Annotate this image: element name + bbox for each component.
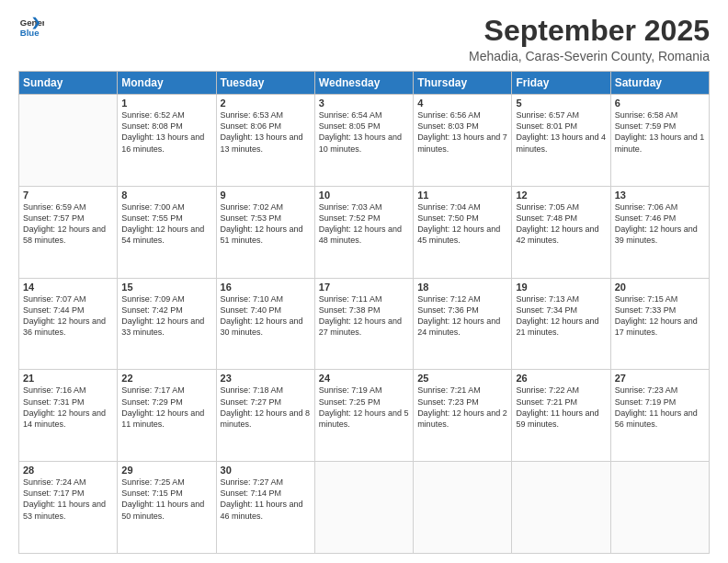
- table-row: 8Sunrise: 7:00 AM Sunset: 7:55 PM Daylig…: [118, 186, 216, 278]
- day-info: Sunrise: 7:09 AM Sunset: 7:42 PM Dayligh…: [121, 293, 211, 339]
- table-row: 2Sunrise: 6:53 AM Sunset: 8:06 PM Daylig…: [216, 95, 314, 187]
- day-number: 26: [516, 373, 606, 384]
- table-row: 11Sunrise: 7:04 AM Sunset: 7:50 PM Dayli…: [414, 186, 512, 278]
- calendar-row: 1Sunrise: 6:52 AM Sunset: 8:08 PM Daylig…: [19, 95, 710, 187]
- header-row: Sunday Monday Tuesday Wednesday Thursday…: [19, 72, 710, 95]
- table-row: [19, 95, 118, 187]
- table-row: 27Sunrise: 7:23 AM Sunset: 7:19 PM Dayli…: [610, 370, 709, 462]
- day-info: Sunrise: 7:07 AM Sunset: 7:44 PM Dayligh…: [23, 293, 113, 339]
- table-row: 17Sunrise: 7:11 AM Sunset: 7:38 PM Dayli…: [314, 278, 413, 370]
- day-number: 15: [121, 282, 211, 293]
- header-wednesday: Wednesday: [314, 72, 413, 95]
- day-number: 23: [221, 373, 311, 384]
- table-row: 24Sunrise: 7:19 AM Sunset: 7:25 PM Dayli…: [314, 370, 413, 462]
- table-row: 23Sunrise: 7:18 AM Sunset: 7:27 PM Dayli…: [216, 370, 314, 462]
- table-row: 5Sunrise: 6:57 AM Sunset: 8:01 PM Daylig…: [512, 95, 610, 187]
- day-info: Sunrise: 7:15 AM Sunset: 7:33 PM Dayligh…: [615, 293, 705, 339]
- table-row: 10Sunrise: 7:03 AM Sunset: 7:52 PM Dayli…: [314, 186, 413, 278]
- header: General Blue September 2025 Mehadia, Car…: [18, 15, 710, 63]
- day-info: Sunrise: 6:53 AM Sunset: 8:06 PM Dayligh…: [221, 109, 311, 155]
- table-row: [414, 462, 512, 554]
- day-number: 8: [121, 190, 211, 201]
- day-info: Sunrise: 6:57 AM Sunset: 8:01 PM Dayligh…: [516, 109, 606, 155]
- header-thursday: Thursday: [414, 72, 512, 95]
- day-number: 14: [23, 282, 113, 293]
- day-number: 27: [615, 373, 705, 384]
- day-number: 9: [221, 190, 311, 201]
- day-info: Sunrise: 7:24 AM Sunset: 7:17 PM Dayligh…: [23, 477, 113, 522]
- table-row: [512, 462, 610, 554]
- day-number: 30: [221, 465, 311, 476]
- day-number: 20: [615, 282, 705, 293]
- table-row: 25Sunrise: 7:21 AM Sunset: 7:23 PM Dayli…: [414, 370, 512, 462]
- subtitle: Mehadia, Caras-Severin County, Romania: [469, 49, 710, 63]
- svg-text:General: General: [20, 17, 44, 28]
- day-info: Sunrise: 7:12 AM Sunset: 7:36 PM Dayligh…: [417, 293, 507, 339]
- table-row: 4Sunrise: 6:56 AM Sunset: 8:03 PM Daylig…: [414, 95, 512, 187]
- table-row: 29Sunrise: 7:25 AM Sunset: 7:15 PM Dayli…: [118, 462, 216, 554]
- day-number: 22: [121, 373, 211, 384]
- calendar-row: 21Sunrise: 7:16 AM Sunset: 7:31 PM Dayli…: [19, 370, 710, 462]
- day-info: Sunrise: 7:23 AM Sunset: 7:19 PM Dayligh…: [615, 385, 705, 430]
- day-number: 13: [615, 190, 705, 201]
- calendar-row: 28Sunrise: 7:24 AM Sunset: 7:17 PM Dayli…: [19, 462, 710, 554]
- day-info: Sunrise: 6:54 AM Sunset: 8:05 PM Dayligh…: [319, 109, 409, 155]
- svg-text:Blue: Blue: [20, 28, 40, 38]
- logo-icon: General Blue: [18, 15, 44, 40]
- day-info: Sunrise: 7:02 AM Sunset: 7:53 PM Dayligh…: [221, 201, 311, 247]
- day-info: Sunrise: 7:18 AM Sunset: 7:27 PM Dayligh…: [221, 385, 311, 430]
- header-sunday: Sunday: [19, 72, 118, 95]
- header-friday: Friday: [512, 72, 610, 95]
- table-row: 9Sunrise: 7:02 AM Sunset: 7:53 PM Daylig…: [216, 186, 314, 278]
- header-saturday: Saturday: [610, 72, 709, 95]
- table-row: 1Sunrise: 6:52 AM Sunset: 8:08 PM Daylig…: [118, 95, 216, 187]
- day-number: 6: [615, 98, 705, 109]
- table-row: 18Sunrise: 7:12 AM Sunset: 7:36 PM Dayli…: [414, 278, 512, 370]
- day-info: Sunrise: 7:25 AM Sunset: 7:15 PM Dayligh…: [121, 477, 211, 522]
- day-number: 16: [221, 282, 311, 293]
- day-number: 18: [417, 282, 507, 293]
- day-number: 10: [319, 190, 409, 201]
- day-number: 1: [121, 98, 211, 109]
- day-number: 7: [23, 190, 113, 201]
- day-number: 4: [417, 98, 507, 109]
- page: General Blue September 2025 Mehadia, Car…: [0, 0, 728, 563]
- title-block: September 2025 Mehadia, Caras-Severin Co…: [469, 15, 710, 63]
- day-number: 5: [516, 98, 606, 109]
- month-title: September 2025: [469, 15, 710, 47]
- day-info: Sunrise: 7:06 AM Sunset: 7:46 PM Dayligh…: [615, 201, 705, 247]
- table-row: 3Sunrise: 6:54 AM Sunset: 8:05 PM Daylig…: [314, 95, 413, 187]
- day-info: Sunrise: 6:59 AM Sunset: 7:57 PM Dayligh…: [23, 201, 113, 247]
- day-info: Sunrise: 7:22 AM Sunset: 7:21 PM Dayligh…: [516, 385, 606, 430]
- day-number: 12: [516, 190, 606, 201]
- table-row: [610, 462, 709, 554]
- day-info: Sunrise: 7:05 AM Sunset: 7:48 PM Dayligh…: [516, 201, 606, 247]
- header-tuesday: Tuesday: [216, 72, 314, 95]
- table-row: 26Sunrise: 7:22 AM Sunset: 7:21 PM Dayli…: [512, 370, 610, 462]
- calendar-row: 14Sunrise: 7:07 AM Sunset: 7:44 PM Dayli…: [19, 278, 710, 370]
- table-row: 6Sunrise: 6:58 AM Sunset: 7:59 PM Daylig…: [610, 95, 709, 187]
- calendar-table: Sunday Monday Tuesday Wednesday Thursday…: [18, 71, 710, 554]
- day-info: Sunrise: 6:58 AM Sunset: 7:59 PM Dayligh…: [615, 109, 705, 155]
- day-info: Sunrise: 7:27 AM Sunset: 7:14 PM Dayligh…: [221, 477, 311, 522]
- table-row: 19Sunrise: 7:13 AM Sunset: 7:34 PM Dayli…: [512, 278, 610, 370]
- table-row: 13Sunrise: 7:06 AM Sunset: 7:46 PM Dayli…: [610, 186, 709, 278]
- table-row: 22Sunrise: 7:17 AM Sunset: 7:29 PM Dayli…: [118, 370, 216, 462]
- day-info: Sunrise: 7:11 AM Sunset: 7:38 PM Dayligh…: [319, 293, 409, 339]
- day-number: 29: [121, 465, 211, 476]
- day-number: 24: [319, 373, 409, 384]
- table-row: 7Sunrise: 6:59 AM Sunset: 7:57 PM Daylig…: [19, 186, 118, 278]
- day-number: 25: [417, 373, 507, 384]
- day-info: Sunrise: 6:52 AM Sunset: 8:08 PM Dayligh…: [121, 109, 211, 155]
- table-row: 28Sunrise: 7:24 AM Sunset: 7:17 PM Dayli…: [19, 462, 118, 554]
- day-info: Sunrise: 7:03 AM Sunset: 7:52 PM Dayligh…: [319, 201, 409, 247]
- logo: General Blue: [18, 15, 44, 40]
- day-info: Sunrise: 7:19 AM Sunset: 7:25 PM Dayligh…: [319, 385, 409, 430]
- header-monday: Monday: [118, 72, 216, 95]
- day-number: 2: [221, 98, 311, 109]
- table-row: 16Sunrise: 7:10 AM Sunset: 7:40 PM Dayli…: [216, 278, 314, 370]
- day-info: Sunrise: 6:56 AM Sunset: 8:03 PM Dayligh…: [417, 109, 507, 155]
- day-info: Sunrise: 7:04 AM Sunset: 7:50 PM Dayligh…: [417, 201, 507, 247]
- table-row: 21Sunrise: 7:16 AM Sunset: 7:31 PM Dayli…: [19, 370, 118, 462]
- day-number: 17: [319, 282, 409, 293]
